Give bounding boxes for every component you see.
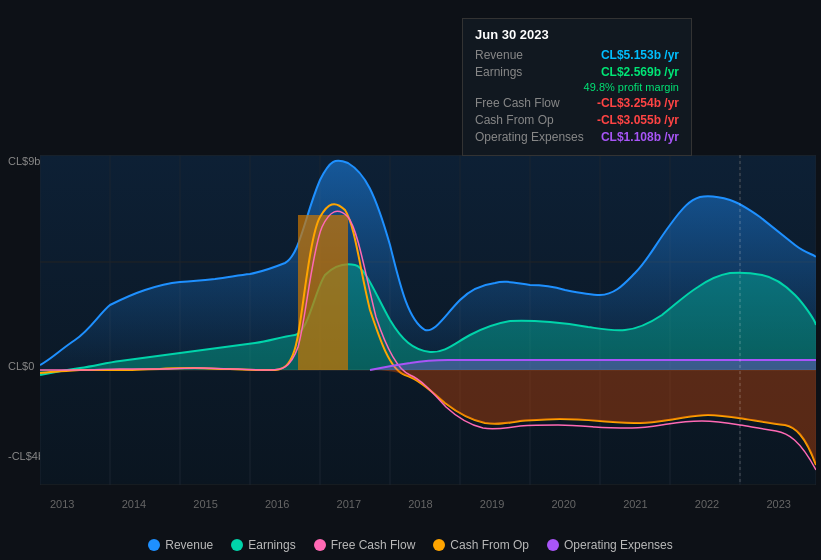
y-label-mid: CL$0 <box>8 360 34 372</box>
tooltip-cfo-row: Cash From Op -CL$3.055b /yr <box>475 113 679 127</box>
tooltip-cfo-label: Cash From Op <box>475 113 554 127</box>
tooltip-fcf-value: -CL$3.254b /yr <box>597 96 679 110</box>
chart-svg <box>40 155 816 485</box>
legend-opex[interactable]: Operating Expenses <box>547 538 673 552</box>
y-label-bot: -CL$4b <box>8 450 44 462</box>
x-label-2016: 2016 <box>265 498 289 510</box>
tooltip-margin: 49.8% profit margin <box>475 81 679 93</box>
tooltip-earnings-row: Earnings CL$2.569b /yr <box>475 65 679 79</box>
legend-cfo[interactable]: Cash From Op <box>433 538 529 552</box>
x-label-2023: 2023 <box>766 498 790 510</box>
legend-revenue[interactable]: Revenue <box>148 538 213 552</box>
legend-revenue-dot <box>148 539 160 551</box>
x-label-2017: 2017 <box>337 498 361 510</box>
y-label-top: CL$9b <box>8 155 40 167</box>
x-label-2019: 2019 <box>480 498 504 510</box>
legend-fcf[interactable]: Free Cash Flow <box>314 538 416 552</box>
tooltip-fcf-row: Free Cash Flow -CL$3.254b /yr <box>475 96 679 110</box>
x-label-2022: 2022 <box>695 498 719 510</box>
x-label-2021: 2021 <box>623 498 647 510</box>
tooltip-opex-value: CL$1.108b /yr <box>601 130 679 144</box>
x-label-2015: 2015 <box>193 498 217 510</box>
x-label-2013: 2013 <box>50 498 74 510</box>
legend-cfo-label: Cash From Op <box>450 538 529 552</box>
tooltip-opex-row: Operating Expenses CL$1.108b /yr <box>475 130 679 144</box>
legend-earnings-label: Earnings <box>248 538 295 552</box>
x-label-2020: 2020 <box>551 498 575 510</box>
tooltip-title: Jun 30 2023 <box>475 27 679 42</box>
tooltip-panel: Jun 30 2023 Revenue CL$5.153b /yr Earnin… <box>462 18 692 156</box>
legend-cfo-dot <box>433 539 445 551</box>
tooltip-opex-label: Operating Expenses <box>475 130 584 144</box>
tooltip-fcf-label: Free Cash Flow <box>475 96 560 110</box>
legend-fcf-label: Free Cash Flow <box>331 538 416 552</box>
tooltip-earnings-value: CL$2.569b /yr <box>601 65 679 79</box>
operating-expenses-fill <box>370 360 816 370</box>
legend-fcf-dot <box>314 539 326 551</box>
x-label-2018: 2018 <box>408 498 432 510</box>
tooltip-cfo-value: -CL$3.055b /yr <box>597 113 679 127</box>
tooltip-revenue-label: Revenue <box>475 48 523 62</box>
x-axis: 2013 2014 2015 2016 2017 2018 2019 2020 … <box>0 494 821 510</box>
legend-earnings-dot <box>231 539 243 551</box>
legend-revenue-label: Revenue <box>165 538 213 552</box>
x-label-2014: 2014 <box>122 498 146 510</box>
legend-earnings[interactable]: Earnings <box>231 538 295 552</box>
legend-opex-label: Operating Expenses <box>564 538 673 552</box>
tooltip-revenue-value: CL$5.153b /yr <box>601 48 679 62</box>
tooltip-revenue-row: Revenue CL$5.153b /yr <box>475 48 679 62</box>
cash-from-op-bar <box>298 215 348 370</box>
legend-opex-dot <box>547 539 559 551</box>
tooltip-earnings-label: Earnings <box>475 65 522 79</box>
chart-legend: Revenue Earnings Free Cash Flow Cash Fro… <box>0 538 821 552</box>
